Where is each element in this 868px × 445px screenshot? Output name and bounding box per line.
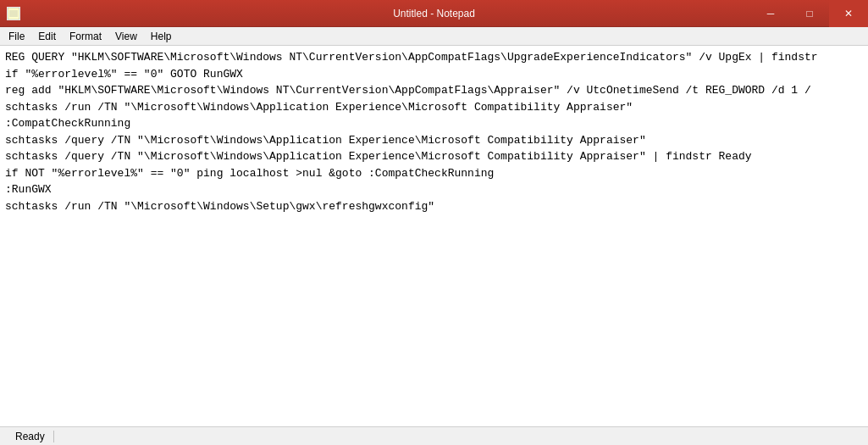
menu-file[interactable]: File — [2, 28, 31, 45]
menu-bar: File Edit Format View Help — [0, 27, 868, 46]
menu-edit[interactable]: Edit — [31, 28, 63, 45]
maximize-button[interactable]: □ — [790, 0, 829, 27]
status-text: Ready — [7, 431, 54, 442]
title-bar: Untitled - Notepad ─ □ ✕ — [0, 0, 868, 27]
app-icon — [7, 7, 20, 20]
svg-rect-0 — [8, 8, 19, 19]
menu-view[interactable]: View — [108, 28, 144, 45]
menu-format[interactable]: Format — [63, 28, 108, 45]
notepad-icon — [8, 8, 19, 19]
editor-scroll[interactable] — [0, 46, 868, 426]
editor-textarea[interactable] — [0, 46, 868, 426]
minimize-button[interactable]: ─ — [751, 0, 790, 27]
window-controls: ─ □ ✕ — [751, 0, 868, 27]
editor-container — [0, 46, 868, 426]
window-title: Untitled - Notepad — [393, 8, 475, 19]
status-bar: Ready — [0, 426, 868, 445]
close-button[interactable]: ✕ — [829, 0, 868, 27]
menu-help[interactable]: Help — [144, 28, 179, 45]
